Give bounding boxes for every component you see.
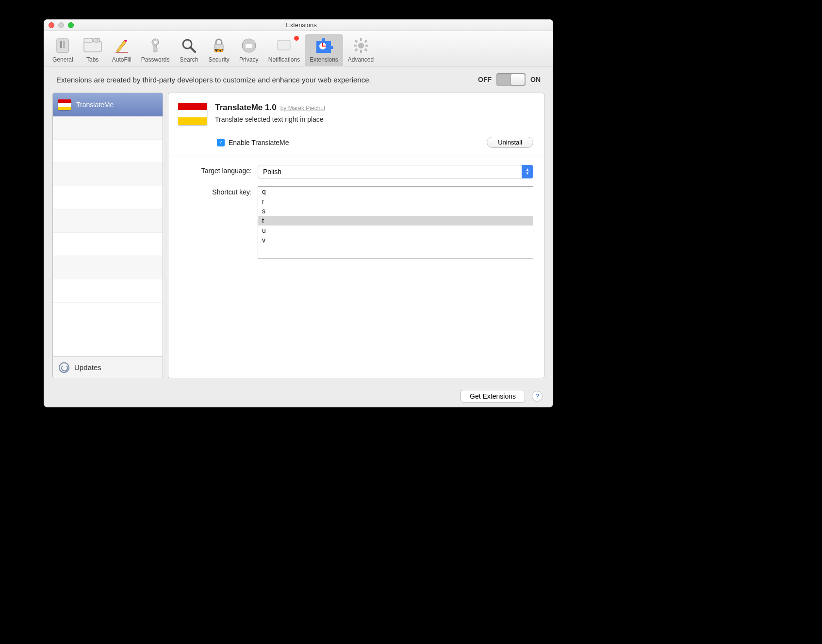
list-item[interactable]: q — [258, 187, 533, 196]
tab-tabs[interactable]: + Tabs — [78, 34, 107, 66]
titlebar: Extensions — [44, 19, 553, 31]
list-item — [53, 140, 163, 163]
sidebar-item-translateme[interactable]: TranslateMe — [53, 93, 163, 116]
tab-security[interactable]: Security — [203, 34, 234, 66]
svg-rect-4 — [84, 38, 93, 42]
privacy-icon — [239, 36, 259, 55]
help-button[interactable]: ? — [532, 391, 543, 402]
tab-label: Extensions — [310, 56, 338, 63]
list-item — [53, 209, 163, 233]
updates-icon — [59, 362, 69, 373]
svg-rect-26 — [354, 39, 358, 43]
svg-rect-27 — [364, 48, 367, 51]
target-language-value: Polish — [258, 165, 533, 178]
enable-extension-checkbox[interactable]: ✓ — [217, 139, 225, 146]
svg-rect-22 — [360, 38, 362, 41]
zoom-window-button[interactable] — [68, 22, 74, 28]
extension-author-link[interactable]: by Marek Piechut — [280, 105, 326, 112]
svg-rect-12 — [156, 50, 158, 52]
list-item — [53, 279, 163, 303]
svg-rect-28 — [364, 39, 367, 43]
extension-settings: Target language: Polish ▲▼ Shortcut key:… — [168, 156, 544, 268]
preferences-toolbar: General + Tabs AutoFill Passwords Search — [44, 31, 553, 66]
extensions-master-toggle[interactable] — [496, 73, 526, 86]
svg-rect-1 — [60, 41, 62, 48]
extension-detail-pane: TranslateMe 1.0 by Marek Piechut Transla… — [168, 93, 544, 378]
svg-rect-2 — [63, 41, 65, 48]
toggle-off-label: OFF — [478, 76, 492, 83]
svg-rect-23 — [360, 50, 362, 53]
autofill-icon — [112, 36, 132, 55]
extensions-header: Extensions are created by third-party de… — [44, 66, 553, 93]
toggle-on-label: ON — [530, 76, 541, 83]
shortcut-key-label: Shortcut key: — [179, 186, 252, 196]
svg-rect-0 — [57, 39, 68, 52]
shortcut-key-listbox[interactable]: q r s t u v — [258, 186, 533, 259]
list-item[interactable]: r — [258, 196, 533, 206]
extension-flag-icon — [58, 99, 71, 110]
updates-label: Updates — [74, 363, 101, 371]
list-item — [53, 233, 163, 256]
notifications-icon — [274, 36, 294, 55]
tab-notifications[interactable]: Notifications — [263, 34, 305, 66]
list-item[interactable]: v — [258, 235, 533, 245]
general-icon — [53, 36, 72, 55]
svg-rect-19 — [278, 40, 290, 50]
notification-badge-icon — [294, 36, 299, 41]
list-item — [53, 116, 163, 140]
tabs-icon: + — [83, 36, 102, 55]
svg-point-21 — [358, 43, 364, 48]
target-language-label: Target language: — [179, 165, 252, 175]
chevron-updown-icon: ▲▼ — [522, 165, 533, 178]
tab-label: Notifications — [268, 56, 300, 63]
target-language-select[interactable]: Polish ▲▼ — [258, 165, 533, 178]
window-title: Extensions — [74, 21, 529, 29]
tab-label: Privacy — [239, 56, 258, 63]
close-window-button[interactable] — [49, 22, 54, 28]
get-extensions-button[interactable]: Get Extensions — [460, 390, 525, 402]
sidebar-item-label: TranslateMe — [76, 101, 114, 109]
list-item[interactable]: s — [258, 206, 533, 216]
extensions-description: Extensions are created by third-party de… — [56, 75, 468, 85]
extensions-icon — [314, 36, 333, 55]
svg-rect-24 — [354, 45, 357, 47]
tab-privacy[interactable]: Privacy — [234, 34, 263, 66]
svg-rect-29 — [354, 48, 358, 51]
uninstall-button[interactable]: Uninstall — [487, 137, 533, 148]
svg-rect-3 — [84, 41, 101, 52]
list-item[interactable]: u — [258, 225, 533, 235]
extension-description: Translate selected text right in place — [215, 115, 534, 123]
minimize-window-button[interactable] — [58, 22, 64, 28]
sidebar-updates-button[interactable]: Updates — [53, 356, 163, 378]
enable-row: ✓ Enable TranslateMe Uninstall — [168, 132, 544, 156]
extension-title: TranslateMe 1.0 — [215, 103, 277, 113]
tab-label: Advanced — [348, 56, 374, 63]
tab-passwords[interactable]: Passwords — [136, 34, 175, 66]
tab-advanced[interactable]: Advanced — [343, 34, 378, 66]
shortcut-key-row: Shortcut key: q r s t u v — [179, 186, 533, 259]
target-language-row: Target language: Polish ▲▼ — [179, 165, 533, 178]
search-icon — [179, 36, 198, 55]
window-footer: Get Extensions ? — [44, 385, 553, 407]
advanced-icon — [351, 36, 371, 55]
list-item — [53, 256, 163, 279]
extensions-master-toggle-group: OFF ON — [478, 73, 541, 86]
svg-rect-11 — [156, 48, 158, 49]
tab-search[interactable]: Search — [174, 34, 203, 66]
tab-label: Passwords — [141, 56, 170, 63]
svg-rect-7 — [115, 52, 128, 53]
enable-label: Enable TranslateMe — [229, 139, 289, 146]
traffic-lights — [49, 22, 74, 28]
svg-rect-18 — [246, 44, 252, 48]
extension-header: TranslateMe 1.0 by Marek Piechut Transla… — [168, 93, 544, 132]
svg-rect-25 — [365, 45, 368, 47]
list-item[interactable]: t — [258, 216, 533, 225]
tab-label: Search — [180, 56, 198, 63]
preferences-window: Extensions General + Tabs AutoFill P — [44, 19, 553, 407]
tab-autofill[interactable]: AutoFill — [107, 34, 136, 66]
passwords-icon — [146, 36, 165, 55]
tab-general[interactable]: General — [48, 34, 78, 66]
tab-extensions[interactable]: Extensions — [305, 34, 343, 66]
list-item — [53, 163, 163, 186]
list-item — [53, 186, 163, 209]
